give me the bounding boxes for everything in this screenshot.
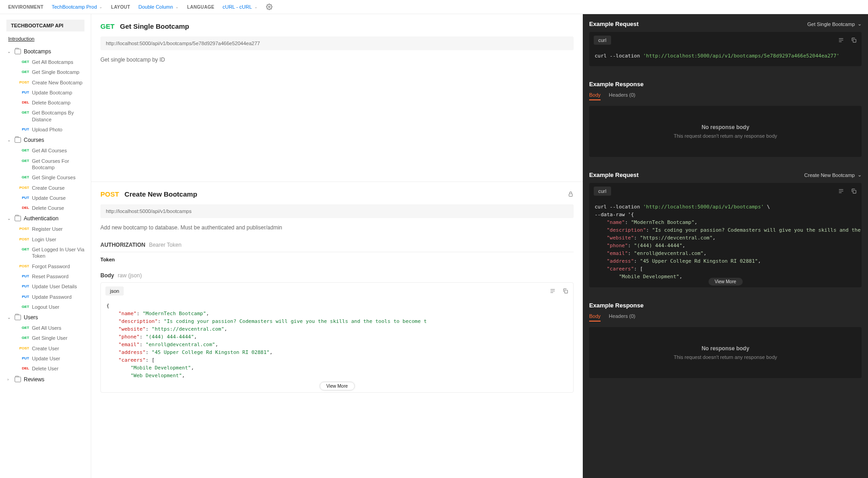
language-selector[interactable]: cURL - cURL ⌄ (223, 4, 258, 10)
request-upload-photo[interactable]: PUTUpload Photo (0, 125, 91, 135)
folder-users[interactable]: ⌄Users (0, 312, 91, 323)
example-request-2: Example Request Create New Bootcamp ⌄ cu… (583, 165, 868, 295)
request-name: Create User (32, 345, 59, 352)
method-badge: PUT (17, 273, 29, 278)
request-get-bootcamps-by-distance[interactable]: GETGet Bootcamps By Distance (0, 108, 91, 125)
request-forgot-password[interactable]: POSTForgot Password (0, 261, 91, 271)
method-get: GET (100, 22, 115, 30)
request-get-logged-in-user-via-token[interactable]: GETGet Logged In User Via Token (0, 244, 91, 261)
method-badge: PUT (17, 195, 29, 200)
folder-bootcamps[interactable]: ⌄Bootcamps (0, 46, 91, 57)
request-login-user[interactable]: POSTLogin User (0, 234, 91, 244)
request-get-all-users[interactable]: GETGet All Users (0, 323, 91, 333)
chevron-down-icon: ⌄ (254, 5, 258, 9)
request-update-bootcamp[interactable]: PUTUpdate Bootcamp (0, 88, 91, 98)
env-selector[interactable]: TechBootcamp Prod ⌄ (52, 4, 103, 10)
body-label: Body (100, 272, 114, 279)
request-get-all-bootcamps[interactable]: GETGet All Bootcamps (0, 57, 91, 67)
content: GET Get Single Bootcamp http://localhost… (91, 14, 868, 478)
request-reset-password[interactable]: PUTReset Password (0, 271, 91, 281)
headers-tab[interactable]: Headers (0) (609, 313, 635, 322)
body-header-row: Body raw (json) (100, 269, 574, 282)
method-badge: PUT (17, 355, 29, 360)
chevron-down-icon: ⌄ (858, 172, 862, 178)
view-more-button[interactable]: View More (708, 278, 743, 286)
method-badge: DEL (17, 205, 29, 210)
svg-rect-13 (853, 190, 856, 193)
request-name: Update User (32, 355, 60, 362)
request-name: Get Single Bootcamp (32, 69, 79, 75)
example-selector[interactable]: Get Single Bootcamp ⌄ (807, 21, 862, 27)
request-update-course[interactable]: PUTUpdate Course (0, 193, 91, 203)
auth-type: Bearer Token (149, 242, 181, 248)
svg-point-0 (268, 6, 270, 8)
example-response-2: Example Response Body Headers (0) No res… (583, 296, 868, 386)
code-snippet: curl --location 'http://localhost:5000/a… (589, 48, 862, 66)
no-body-sub: This request doesn't return any response… (589, 354, 862, 360)
folder-label: Bootcamps (24, 48, 51, 55)
folder-courses[interactable]: ⌄Courses (0, 135, 91, 145)
chevron-down-icon: ⌄ (99, 5, 103, 9)
copy-icon[interactable] (851, 188, 857, 194)
request-register-user[interactable]: POSTRegister User (0, 224, 91, 234)
example-request-label: Example Request (589, 21, 638, 27)
layout-selector[interactable]: Double Column ⌄ (138, 4, 179, 10)
request-name: Create Course (32, 185, 65, 191)
request-update-user[interactable]: PUTUpdate User (0, 353, 91, 364)
code-box: curl curl --location 'http://localhost:5… (589, 183, 862, 287)
request-update-password[interactable]: PUTUpdate Password (0, 292, 91, 302)
request-delete-user[interactable]: DELDelete User (0, 364, 91, 374)
body-tab[interactable]: Body (589, 313, 601, 322)
method-badge: GET (17, 59, 29, 64)
request-get-all-courses[interactable]: GETGet All Courses (0, 145, 91, 156)
folder-icon (15, 216, 21, 221)
doc-section-get-single-bootcamp: GET Get Single Bootcamp http://localhost… (91, 14, 583, 182)
no-body-title: No response body (589, 124, 862, 130)
example-request-1: Example Request Get Single Bootcamp ⌄ cu… (583, 14, 868, 74)
copy-icon[interactable] (562, 288, 569, 294)
example-selector[interactable]: Create New Bootcamp ⌄ (804, 172, 862, 178)
wrap-icon[interactable] (838, 37, 844, 43)
request-create-new-bootcamp[interactable]: POSTCreate New Bootcamp (0, 78, 91, 88)
api-title: TECHBOOTCAMP API (6, 20, 84, 31)
request-get-single-courses[interactable]: GETGet Single Courses (0, 172, 91, 182)
body-tab[interactable]: Body (589, 92, 601, 100)
example-response-label: Example Response (589, 302, 643, 309)
request-get-courses-for-bootcamp[interactable]: GETGet Courses For Bootcamp (0, 156, 91, 173)
request-update-user-details[interactable]: PUTUpdate User Details (0, 281, 91, 291)
json-tab[interactable]: json (105, 286, 124, 296)
folder-reviews[interactable]: ›Reviews (0, 374, 91, 385)
wrap-icon[interactable] (549, 288, 556, 294)
folder-authentication[interactable]: ⌄Authentication (0, 213, 91, 224)
request-get-single-bootcamp[interactable]: GETGet Single Bootcamp (0, 67, 91, 77)
folder-icon (15, 137, 21, 143)
wrap-icon[interactable] (838, 188, 844, 194)
request-get-single-user[interactable]: GETGet Single User (0, 333, 91, 343)
request-name: Forgot Password (32, 263, 70, 270)
headers-tab[interactable]: Headers (0) (609, 92, 635, 100)
request-create-course[interactable]: POSTCreate Course (0, 183, 91, 193)
request-logout-user[interactable]: GETLogout User (0, 302, 91, 312)
code-column: Example Request Get Single Bootcamp ⌄ cu… (583, 14, 868, 478)
copy-icon[interactable] (851, 37, 857, 43)
method-badge: PUT (17, 89, 29, 94)
chevron-icon: ⌄ (7, 49, 12, 54)
request-name: Reset Password (32, 273, 68, 280)
example-request-label: Example Request (589, 171, 638, 178)
request-delete-course[interactable]: DELDelete Course (0, 203, 91, 213)
method-badge: DEL (17, 99, 29, 104)
svg-rect-1 (569, 194, 573, 196)
method-badge: GET (17, 147, 29, 152)
folder-icon (15, 377, 21, 382)
section-desc: Add new bootcamp to database. Must be au… (100, 224, 574, 231)
request-delete-bootcamp[interactable]: DELDelete Bootcamp (0, 98, 91, 108)
curl-tab[interactable]: curl (594, 187, 611, 196)
curl-tab[interactable]: curl (594, 36, 611, 45)
view-more-button[interactable]: View More (319, 382, 355, 390)
introduction-link[interactable]: Introduction (8, 36, 83, 42)
folder-label: Authentication (24, 215, 58, 222)
request-create-user[interactable]: POSTCreate User (0, 343, 91, 353)
gear-icon[interactable] (266, 4, 272, 10)
svg-rect-9 (853, 39, 856, 42)
url-box: http://localhost:5000/api/v1/bootcamps (100, 204, 574, 218)
